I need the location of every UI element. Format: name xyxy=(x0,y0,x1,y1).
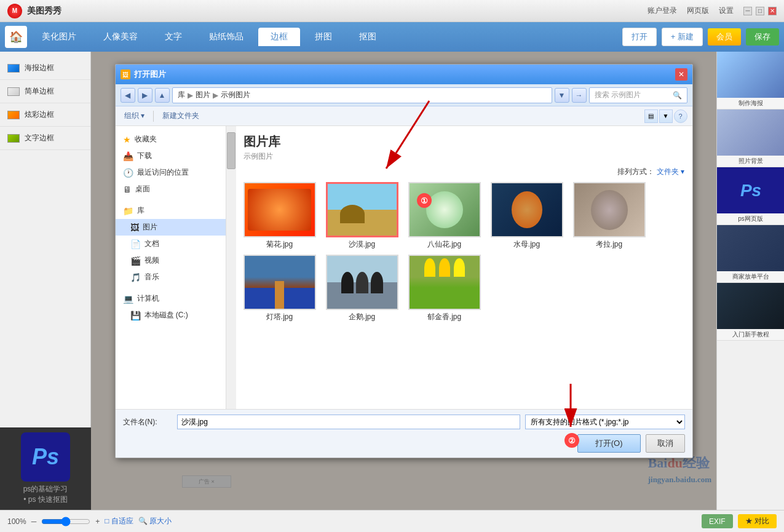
file-item-shamo[interactable]: 沙漠.jpg xyxy=(326,182,398,250)
rs-item-ps-web[interactable]: Ps ps网页版 xyxy=(717,167,784,225)
tree-favorites[interactable]: ★ 收藏夹 xyxy=(116,131,226,148)
tree-recent[interactable]: 🕐 最近访问的位置 xyxy=(116,164,226,181)
file-item-kaola[interactable]: 考拉.jpg xyxy=(573,182,646,250)
forward-arrow-button[interactable]: ▶ xyxy=(138,88,152,103)
maximize-button[interactable]: □ xyxy=(756,7,764,15)
tree-spacer xyxy=(116,197,226,202)
home-button[interactable]: 🏠 xyxy=(5,26,27,48)
video-icon: 🎬 xyxy=(130,256,141,266)
tree-recent-label: 最近访问的位置 xyxy=(137,167,189,178)
new-folder-button[interactable]: 新建文件夹 xyxy=(159,109,203,122)
nav-sticker[interactable]: 贴纸饰品 xyxy=(197,28,256,46)
poster-icon xyxy=(7,64,20,73)
sidebar-item-poster[interactable]: 海报边框 xyxy=(0,57,90,80)
search-box[interactable]: 搜索 示例图片 🔍 xyxy=(589,87,687,103)
tree-desktop[interactable]: 🖥 桌面 xyxy=(116,181,226,197)
zoom-info: 100% ─ + □ 自适应 🔍 原大小 xyxy=(7,516,172,526)
filename-input[interactable] xyxy=(177,415,520,429)
up-arrow-button[interactable]: ▲ xyxy=(155,88,170,103)
zoom-minus[interactable]: ─ xyxy=(31,517,37,526)
file-item-baxianhua[interactable]: 八仙花.jpg xyxy=(408,182,481,250)
tree-scroll-thumb[interactable] xyxy=(227,132,236,169)
search-icon[interactable]: 🔍 xyxy=(673,91,682,100)
sidebar-label-fancy: 炫彩边框 xyxy=(25,109,54,120)
dialog-cancel-button[interactable]: 取消 xyxy=(646,434,685,453)
dialog-open-button[interactable]: 打开(O) xyxy=(577,434,641,453)
path-pictures[interactable]: 图片 xyxy=(196,90,210,100)
zoom-slider[interactable] xyxy=(41,517,90,526)
path-sample[interactable]: 示例图片 xyxy=(221,90,250,100)
nav-text[interactable]: 文字 xyxy=(152,28,194,46)
tree-pictures[interactable]: 🖼 图片 xyxy=(116,219,226,236)
open-button[interactable]: 打开 xyxy=(622,28,657,46)
account-login[interactable]: 账户登录 xyxy=(647,6,677,16)
original-label[interactable]: 🔍 原大小 xyxy=(138,516,172,526)
tree-video-label: 视频 xyxy=(145,255,159,266)
nav-border[interactable]: 边框 xyxy=(258,28,300,46)
exif-button[interactable]: EXIF xyxy=(702,514,733,528)
tree-favorites-label: 收藏夹 xyxy=(135,134,157,145)
dialog-close-button[interactable]: ✕ xyxy=(675,68,687,81)
minimize-button[interactable]: ─ xyxy=(743,7,752,15)
tree-computer[interactable]: 💻 计算机 xyxy=(116,290,226,307)
rs-item-photo-bg[interactable]: 照片背景 xyxy=(717,109,784,167)
save-button[interactable]: 保存 xyxy=(746,28,779,46)
file-name-kaola: 考拉.jpg xyxy=(596,239,622,250)
dialog-toolbar2: 组织 ▾ 新建文件夹 ▤ ▼ ? xyxy=(116,106,692,126)
web-version[interactable]: 网页版 xyxy=(687,6,709,16)
organize-button[interactable]: 组织 ▾ xyxy=(121,109,148,122)
fit-label[interactable]: □ 自适应 xyxy=(105,516,133,526)
fancy-icon xyxy=(7,111,20,119)
tree-library[interactable]: 📁 库 xyxy=(116,202,226,219)
tree-downloads[interactable]: 📥 下载 xyxy=(116,148,226,164)
app-name: 美图秀秀 xyxy=(27,6,61,17)
tree-localdisk-label: 本地磁盘 (C:) xyxy=(145,310,188,320)
file-item-dengta[interactable]: 灯塔.jpg xyxy=(244,255,316,322)
rs-item-tutorial[interactable]: 入门新手教程 xyxy=(717,283,784,341)
tree-docs[interactable]: 📄 文档 xyxy=(116,236,226,252)
nav-collage[interactable]: 拼图 xyxy=(303,28,344,46)
nav-beautify[interactable]: 美化图片 xyxy=(30,28,89,46)
file-item-qie[interactable]: 企鹅.jpg xyxy=(326,255,398,322)
tree-music[interactable]: 🎵 音乐 xyxy=(116,269,226,285)
path-library[interactable]: 库 xyxy=(178,90,185,100)
file-thumb-dengta xyxy=(244,255,316,310)
settings-label[interactable]: 设置 xyxy=(719,6,734,16)
tree-video[interactable]: 🎬 视频 xyxy=(116,252,226,269)
path-action-button[interactable]: → xyxy=(572,88,587,103)
vip-button[interactable]: 会员 xyxy=(708,28,741,46)
compare-button[interactable]: ★ 对比 xyxy=(738,514,777,528)
content-area: Baidu经验 jingyan.baidu.com 广告 × 🖼 打开图片 ✕ xyxy=(91,52,716,510)
back-arrow-button[interactable]: ◀ xyxy=(121,88,135,103)
ps-link[interactable]: ps 快速抠图 xyxy=(23,494,68,505)
footer-buttons-row: 打开(O) 取消 xyxy=(123,434,685,453)
rs-item-merchant[interactable]: 商家放单平台 xyxy=(717,225,784,283)
dialog-tree: ★ 收藏夹 📥 下载 🕐 最近访问的位置 xyxy=(116,126,226,409)
zoom-plus[interactable]: + xyxy=(95,517,100,526)
window-controls: ─ □ ✕ xyxy=(743,7,777,15)
nav-cutout[interactable]: 抠图 xyxy=(347,28,389,46)
view-icon1[interactable]: ▤ xyxy=(644,109,658,123)
sidebar-item-simple[interactable]: 简单边框 xyxy=(0,80,90,103)
close-button[interactable]: ✕ xyxy=(768,7,777,15)
nav-portrait[interactable]: 人像美容 xyxy=(91,28,150,46)
filetype-select[interactable]: 所有支持的图片格式 (*.jpg;*.jp xyxy=(525,415,685,429)
file-name-yujinxiang: 郁金香.jpg xyxy=(427,312,461,322)
sidebar-item-fancy[interactable]: 炫彩边框 xyxy=(0,103,90,127)
tree-localdisk[interactable]: 💾 本地磁盘 (C:) xyxy=(116,307,226,324)
file-item-juhua[interactable]: 菊花.jpg xyxy=(244,182,316,250)
view-icon2[interactable]: ▼ xyxy=(659,109,673,123)
file-item-yujinxiang[interactable]: 郁金香.jpg xyxy=(408,255,481,322)
sidebar-item-text[interactable]: 文字边框 xyxy=(0,127,90,150)
new-button[interactable]: + 新建 xyxy=(662,28,703,46)
file-item-shuimu[interactable]: 水母.jpg xyxy=(491,182,563,250)
tree-scrollbar[interactable] xyxy=(226,126,236,409)
path-dropdown-button[interactable]: ▼ xyxy=(555,88,569,103)
path-bar[interactable]: 库 ▶ 图片 ▶ 示例图片 xyxy=(172,87,552,103)
ps-logo-icon[interactable]: Ps xyxy=(21,432,70,482)
dialog-title-text: 打开图片 xyxy=(134,69,166,80)
sidebar-label-poster: 海报边框 xyxy=(25,63,54,73)
rs-item-poster[interactable]: 制作海报 xyxy=(717,52,784,109)
sort-value[interactable]: 文件夹 ▾ xyxy=(657,167,684,177)
help-button[interactable]: ? xyxy=(674,109,687,123)
